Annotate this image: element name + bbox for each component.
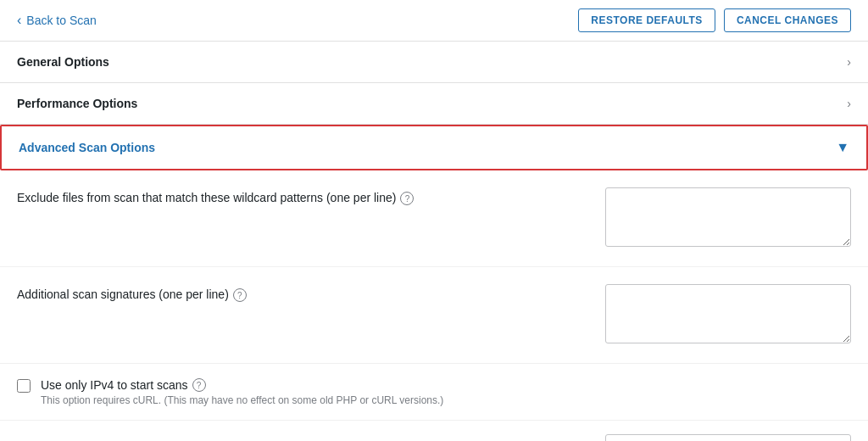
advanced-scan-options-content: Exclude files from scan that match these… — [0, 170, 868, 441]
back-to-scan-link[interactable]: ‹ Back to Scan — [17, 13, 97, 28]
additional-signatures-label: Additional scan signatures (one per line… — [17, 284, 588, 302]
exclude-files-row: Exclude files from scan that match these… — [0, 170, 868, 267]
advanced-scan-options-title: Advanced Scan Options — [19, 141, 155, 154]
performance-options-title: Performance Options — [17, 97, 137, 110]
back-arrow-icon: ‹ — [17, 13, 21, 28]
ipv4-only-help-icon[interactable]: ? — [192, 378, 206, 392]
ipv4-only-checkbox[interactable] — [17, 379, 31, 393]
performance-options-chevron-right-icon: › — [847, 97, 851, 110]
advanced-scan-options-chevron-down-icon: ▼ — [836, 140, 849, 155]
ipv4-only-row: Use only IPv4 to start scans ? This opti… — [0, 364, 868, 421]
additional-signatures-help-icon[interactable]: ? — [233, 288, 247, 302]
additional-signatures-row: Additional scan signatures (one per line… — [0, 267, 868, 364]
general-options-section[interactable]: General Options › — [0, 42, 868, 83]
general-options-chevron-right-icon: › — [847, 55, 851, 69]
exclude-files-textarea[interactable] — [605, 187, 851, 247]
max-attempts-select-wrapper: 1 2 3 4 5 ▼ — [605, 434, 851, 441]
performance-options-section[interactable]: Performance Options › — [0, 83, 868, 125]
ipv4-only-label: Use only IPv4 to start scans ? — [41, 377, 851, 392]
additional-signatures-textarea[interactable] — [605, 284, 851, 343]
advanced-scan-options-section[interactable]: Advanced Scan Options ▼ — [0, 125, 868, 170]
cancel-changes-button[interactable]: CANCEL CHANGES — [724, 8, 851, 32]
exclude-files-input-wrapper — [605, 187, 851, 249]
max-attempts-select[interactable]: 1 2 3 4 5 — [605, 434, 851, 441]
max-attempts-row: Maximum number of attempts to resume eac… — [0, 421, 868, 441]
exclude-files-label: Exclude files from scan that match these… — [17, 187, 588, 205]
top-bar: ‹ Back to Scan RESTORE DEFAULTS CANCEL C… — [0, 0, 868, 42]
ipv4-only-text: Use only IPv4 to start scans ? This opti… — [41, 377, 851, 406]
restore-defaults-button[interactable]: RESTORE DEFAULTS — [578, 8, 715, 32]
additional-signatures-input-wrapper — [605, 284, 851, 346]
exclude-files-help-icon[interactable]: ? — [400, 192, 414, 205]
general-options-title: General Options — [17, 55, 109, 69]
ipv4-only-description: This option requires cURL. (This may hav… — [41, 394, 851, 406]
top-buttons: RESTORE DEFAULTS CANCEL CHANGES — [578, 8, 851, 32]
ipv4-only-checkbox-wrapper — [17, 379, 31, 395]
back-to-scan-label: Back to Scan — [26, 14, 97, 27]
